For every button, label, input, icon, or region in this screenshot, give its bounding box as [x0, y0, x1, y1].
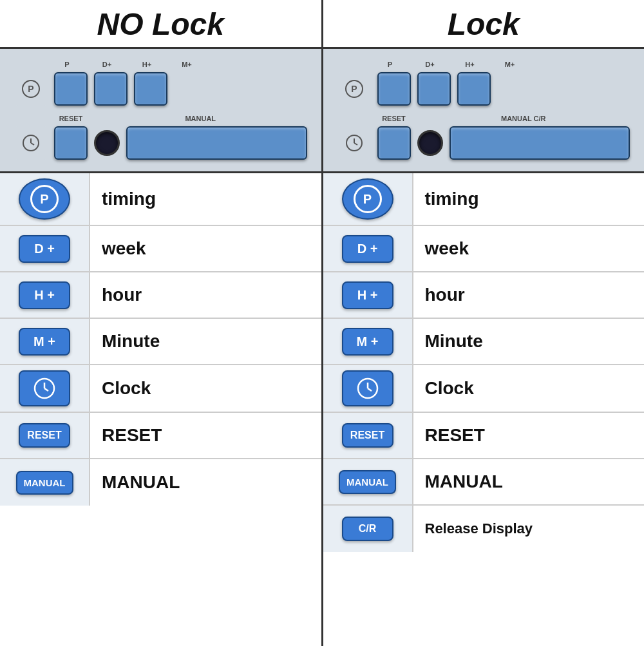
- right-btn-minute[interactable]: M +: [323, 319, 413, 364]
- p-circle-left: P: [30, 185, 59, 213]
- h-btn-right[interactable]: [417, 72, 451, 106]
- label-m-left: M+: [170, 61, 204, 68]
- right-btn-timing[interactable]: P: [323, 173, 413, 225]
- svg-line-15: [368, 388, 372, 391]
- m-btn-right[interactable]: [457, 72, 491, 106]
- label-h-left: H+: [130, 61, 164, 68]
- btn-row-2-left: [14, 126, 307, 160]
- label-reset-right: RESET: [377, 115, 411, 122]
- label-h-right: H+: [453, 61, 487, 68]
- m-btn-left[interactable]: [134, 72, 167, 106]
- right-row-manual: MANUAL MANUAL: [323, 459, 645, 506]
- left-label-clock: Clock: [90, 365, 321, 412]
- right-btn-reset[interactable]: RESET: [323, 413, 413, 458]
- h-plus-btn-right[interactable]: H +: [342, 281, 393, 309]
- left-photo-panel: P D+ H+ M+ P RESET MANUAL: [0, 49, 321, 171]
- manual-btn-left[interactable]: [126, 126, 307, 160]
- m-plus-btn-left[interactable]: M +: [19, 328, 70, 356]
- right-row-week: D + week: [323, 226, 645, 272]
- right-photo-panel: P D+ H+ M+ P RESET MANUAL C/R: [323, 49, 645, 171]
- right-row-reset: RESET RESET: [323, 413, 645, 459]
- hole-right: [417, 130, 443, 156]
- left-btn-minute[interactable]: M +: [0, 319, 90, 364]
- left-btn-reset[interactable]: RESET: [0, 413, 90, 458]
- timing-btn-circle-left[interactable]: P: [19, 178, 70, 220]
- right-btn-manual[interactable]: MANUAL: [323, 459, 413, 504]
- right-btn-cr[interactable]: C/R: [323, 506, 413, 552]
- btn-row-1-left: P: [14, 72, 307, 106]
- d-btn-left[interactable]: [54, 72, 88, 106]
- label-m-right: M+: [493, 61, 527, 68]
- p-icon-left: P: [14, 72, 48, 106]
- header-row: NO Lock Lock: [0, 0, 644, 49]
- label-d-left: D+: [90, 61, 124, 68]
- right-label-week: week: [413, 226, 645, 271]
- label-p-left: P: [50, 61, 84, 68]
- manual-btn-table-left[interactable]: MANUAL: [16, 471, 73, 495]
- right-row-timing: P timing: [323, 173, 645, 226]
- left-label-minute: Minute: [90, 319, 321, 364]
- d-btn-right[interactable]: [377, 72, 411, 106]
- right-label-minute: Minute: [413, 319, 645, 364]
- left-row-reset: RESET RESET: [0, 413, 321, 459]
- h-plus-btn-left[interactable]: H +: [19, 281, 70, 309]
- left-btn-clock[interactable]: [0, 365, 90, 412]
- m-plus-btn-right[interactable]: M +: [342, 328, 393, 356]
- clock-btn-left[interactable]: [19, 370, 70, 406]
- left-row-manual: MANUAL MANUAL: [0, 459, 321, 506]
- clock-btn-right[interactable]: [342, 370, 393, 406]
- d-plus-btn-right[interactable]: D +: [342, 235, 393, 263]
- h-btn-left[interactable]: [94, 72, 128, 106]
- manual-cr-btn-right[interactable]: [450, 126, 630, 160]
- svg-line-4: [31, 143, 34, 145]
- left-label-week: week: [90, 226, 321, 271]
- reset-btn-table-right[interactable]: RESET: [342, 423, 393, 448]
- svg-text:P: P: [351, 84, 357, 94]
- d-plus-btn-left[interactable]: D +: [19, 235, 70, 263]
- left-row-timing: P timing: [0, 173, 321, 226]
- left-row-clock: Clock: [0, 365, 321, 413]
- left-label-reset: RESET: [90, 413, 321, 458]
- right-row-hour: H + hour: [323, 272, 645, 319]
- left-row-minute: M + Minute: [0, 319, 321, 365]
- clock-icon-right: [337, 126, 371, 160]
- p-circle-right: P: [354, 185, 382, 213]
- label-p-right: P: [374, 61, 407, 68]
- right-btn-clock[interactable]: [323, 365, 413, 412]
- label-d-right: D+: [413, 61, 447, 68]
- label-manual-left: MANUAL: [94, 115, 307, 122]
- right-btn-hour[interactable]: H +: [323, 272, 413, 318]
- timing-btn-circle-right[interactable]: P: [342, 178, 393, 220]
- right-label-cr: Release Display: [413, 506, 645, 552]
- manual-btn-table-right[interactable]: MANUAL: [339, 470, 396, 494]
- right-table: P timing D + week H + hour M + Minute: [323, 173, 645, 646]
- p-icon-right: P: [337, 72, 371, 106]
- right-label-timing: timing: [413, 173, 645, 225]
- svg-line-9: [354, 143, 357, 145]
- left-btn-manual[interactable]: MANUAL: [0, 459, 90, 506]
- left-label-hour: hour: [90, 272, 321, 318]
- svg-text:P: P: [28, 84, 33, 94]
- right-row-clock: Clock: [323, 365, 645, 413]
- reset-btn-right[interactable]: [377, 126, 411, 160]
- left-btn-week[interactable]: D +: [0, 226, 90, 271]
- reset-btn-left[interactable]: [54, 126, 88, 160]
- left-row-week: D + week: [0, 226, 321, 272]
- left-btn-hour[interactable]: H +: [0, 272, 90, 318]
- cr-btn-table-right[interactable]: C/R: [342, 517, 393, 541]
- right-label-reset: RESET: [413, 413, 645, 458]
- svg-line-12: [44, 388, 48, 391]
- left-btn-timing[interactable]: P: [0, 173, 90, 225]
- reset-btn-table-left[interactable]: RESET: [19, 423, 70, 448]
- right-label-clock: Clock: [413, 365, 645, 412]
- btn-row-1-right: P: [337, 72, 630, 106]
- right-row-minute: M + Minute: [323, 319, 645, 365]
- btn-row-2-right: [337, 126, 630, 160]
- right-btn-week[interactable]: D +: [323, 226, 413, 271]
- label-reset-left: RESET: [54, 115, 88, 122]
- clock-icon-left: [14, 126, 48, 160]
- table-section: P timing D + week H + hour M + Minute: [0, 173, 644, 646]
- no-lock-header: NO Lock: [0, 0, 321, 47]
- left-row-hour: H + hour: [0, 272, 321, 319]
- left-label-timing: timing: [90, 173, 321, 225]
